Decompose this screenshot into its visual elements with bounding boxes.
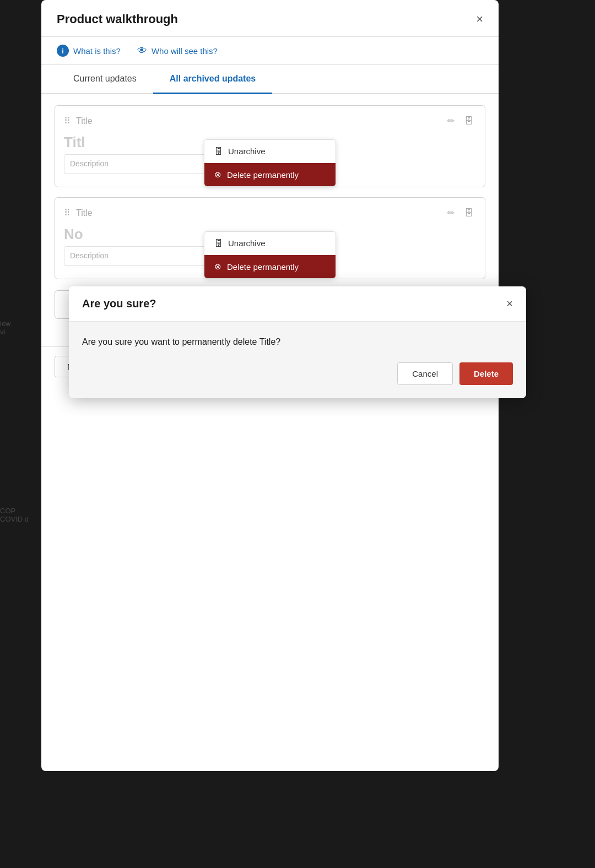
archive-button-2[interactable]: 🗄 [462,207,476,219]
archive-button-1[interactable]: 🗄 [462,115,476,127]
delete-permanently-button-1[interactable]: ⊗ Delete permanently [204,163,336,186]
delete-label-2: Delete permanently [227,262,299,272]
confirm-message: Are you sure you want to permanently del… [82,337,513,347]
update-card-2: ⠿ Title ✏ 🗄 🗄 Unarchive ⊗ Delete permane… [55,197,485,279]
tab-current-updates[interactable]: Current updates [57,65,153,94]
update-card-1: ⠿ Title ✏ 🗄 🗄 Unarchive ⊗ Delete permane… [55,105,485,187]
tab-all-archived-updates[interactable]: All archived updates [153,65,273,94]
drag-handle-icon[interactable]: ⠿ [64,116,71,126]
unarchive-icon-1: 🗄 [214,147,223,156]
tabs-bar: Current updates All archived updates [41,65,499,94]
delete-label-1: Delete permanently [227,170,299,180]
info-bar: i What is this? 👁 Who will see this? [41,37,499,65]
confirm-dialog: Are you sure? × Are you sure you want to… [69,286,526,398]
delete-icon-2: ⊗ [214,262,221,272]
confirm-title: Are you sure? [82,297,156,310]
delete-permanently-button-2[interactable]: ⊗ Delete permanently [204,255,336,278]
edit-button-1[interactable]: ✏ [445,115,457,127]
card-2-actions: ✏ 🗄 [445,207,476,219]
confirm-actions: Cancel Delete [82,362,513,385]
update-card-2-header: ⠿ Title ✏ 🗄 [64,207,476,219]
confirm-body: Are you sure you want to permanently del… [69,322,526,398]
modal-close-button[interactable]: × [476,13,483,25]
card-1-content: 🗄 Unarchive ⊗ Delete permanently Titl De… [64,134,476,178]
card-2-content: 🗄 Unarchive ⊗ Delete permanently No Desc… [64,226,476,270]
card-2-dropdown: 🗄 Unarchive ⊗ Delete permanently [204,231,336,279]
update-card-1-header: ⠿ Title ✏ 🗄 [64,115,476,127]
card-1-actions: ✏ 🗄 [445,115,476,127]
confirm-header: Are you sure? × [69,286,526,322]
update-card-1-title: Title [76,116,439,126]
confirm-cancel-button[interactable]: Cancel [397,362,453,385]
update-card-2-title: Title [76,208,439,218]
unarchive-label-1: Unarchive [228,147,266,156]
unarchive-button-1[interactable]: 🗄 Unarchive [204,140,336,163]
confirm-close-button[interactable]: × [506,297,513,310]
drag-handle-2-icon[interactable]: ⠿ [64,208,71,218]
unarchive-label-2: Unarchive [228,238,266,248]
card-1-dropdown: 🗄 Unarchive ⊗ Delete permanently [204,139,336,187]
unarchive-button-2[interactable]: 🗄 Unarchive [204,232,336,255]
confirm-delete-button[interactable]: Delete [459,362,513,385]
modal-header: Product walkthrough × [41,0,499,37]
info-item-who[interactable]: 👁 Who will see this? [137,45,218,57]
info-item-who-label: Who will see this? [152,46,218,56]
unarchive-icon-2: 🗄 [214,238,223,248]
info-icon: i [57,45,69,57]
info-item-what[interactable]: i What is this? [57,45,121,57]
edit-button-2[interactable]: ✏ [445,207,457,219]
modal-title: Product walkthrough [57,12,178,26]
eye-icon: 👁 [137,45,147,57]
delete-icon-1: ⊗ [214,170,221,180]
info-item-what-label: What is this? [73,46,121,56]
